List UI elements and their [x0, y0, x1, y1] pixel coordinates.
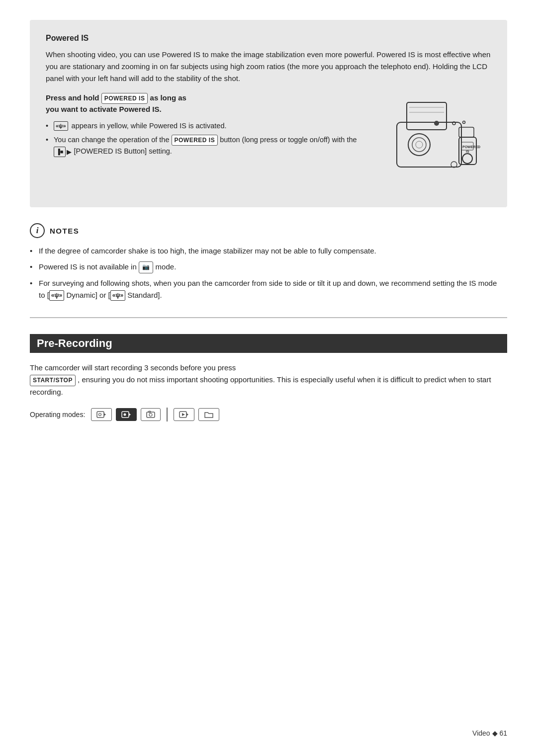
notes-item-3-text: For surveying and following shots, when … — [39, 279, 497, 299]
mode-badge-folder — [198, 408, 219, 421]
mode-badge-movie — [91, 408, 112, 421]
playback-icon — [179, 411, 189, 419]
svg-text:POWERED: POWERED — [462, 145, 480, 149]
bullet-2: You can change the operation of the POWE… — [46, 134, 372, 157]
notes-header: i NOTES — [30, 223, 507, 238]
menu-icon: ▐■ — [54, 147, 66, 157]
notes-item-1: If the degree of camcorder shake is too … — [30, 245, 507, 257]
pre-recording-title: Pre-Recording — [30, 334, 507, 353]
camcorder-illustration: POWERED IS — [382, 92, 491, 193]
powered-is-bullets: «ψ» appears in yellow, while Powered IS … — [46, 120, 372, 158]
svg-point-6 — [416, 141, 423, 148]
bullet-1: «ψ» appears in yellow, while Powered IS … — [46, 120, 372, 131]
svg-point-16 — [434, 121, 439, 126]
svg-rect-17 — [97, 412, 104, 418]
svg-point-24 — [149, 414, 152, 417]
notes-item-2-text: Powered IS is not available in 📷 mode. — [39, 262, 176, 271]
svg-rect-1 — [407, 102, 447, 130]
powered-is-section: Powered IS When shooting video, you can … — [30, 20, 507, 207]
press-hold-text1: Press and hold — [46, 93, 99, 102]
notes-title: NOTES — [50, 227, 79, 235]
svg-point-14 — [462, 154, 472, 164]
camcorder-svg: POWERED IS — [382, 92, 491, 192]
notes-item-2: Powered IS is not available in 📷 mode. — [30, 261, 507, 273]
dynamic-badge: «ψ» — [49, 290, 64, 301]
folder-icon — [204, 411, 214, 419]
powered-is-text-block: Press and hold POWERED IS as long asyou … — [46, 92, 372, 160]
powered-is-title: Powered IS — [46, 34, 491, 43]
svg-text:IS: IS — [466, 150, 469, 153]
powered-is-body: When shooting video, you can use Powered… — [46, 49, 491, 84]
bullet-2-text: You can change the operation of the POWE… — [54, 136, 357, 155]
notes-item-3: For surveying and following shots, when … — [30, 277, 507, 301]
operating-modes-label: Operating modes: — [30, 411, 85, 419]
svg-marker-27 — [186, 413, 188, 416]
svg-marker-28 — [182, 413, 185, 416]
press-hold-instruction: Press and hold POWERED IS as long asyou … — [46, 92, 372, 115]
footer-page: Video ◆ 61 — [472, 729, 507, 737]
mode-separator — [167, 408, 168, 421]
video-icon — [121, 411, 131, 419]
svg-rect-23 — [147, 412, 155, 418]
pre-recording-text-1: The camcorder will start recording 3 sec… — [30, 363, 236, 372]
notes-section: i NOTES If the degree of camcorder shake… — [30, 223, 507, 318]
powered-is-badge: POWERED IS — [101, 93, 148, 104]
svg-marker-18 — [104, 413, 106, 416]
photo-icon — [146, 411, 155, 419]
svg-point-5 — [412, 138, 426, 152]
svg-point-19 — [99, 414, 101, 416]
arrow-right: ▶ — [67, 147, 72, 157]
is-icon-inline: «ψ» — [54, 121, 68, 131]
svg-marker-21 — [129, 413, 131, 416]
camera-mode-badge: 📷 — [139, 261, 154, 273]
mode-badge-photo — [141, 408, 161, 421]
mode-badge-playback — [174, 408, 194, 421]
pre-recording-section: Pre-Recording The camcorder will start r… — [30, 334, 507, 421]
svg-point-9 — [463, 121, 465, 124]
powered-is-badge-2: POWERED IS — [172, 135, 218, 146]
svg-point-4 — [408, 134, 430, 156]
standard-badge: «ψ» — [110, 290, 125, 301]
notes-list: If the degree of camcorder shake is too … — [30, 245, 507, 301]
pre-recording-body: The camcorder will start recording 3 sec… — [30, 362, 507, 399]
mode-badge-video-active — [116, 408, 137, 421]
bullet-1-text: appears in yellow, while Powered IS is a… — [72, 122, 227, 130]
svg-rect-0 — [397, 122, 461, 167]
powered-is-content: Press and hold POWERED IS as long asyou … — [46, 92, 491, 193]
notes-icon: i — [30, 223, 45, 238]
movie-icon — [96, 411, 106, 419]
notes-icon-letter: i — [36, 226, 39, 236]
notes-item-1-text: If the degree of camcorder shake is too … — [39, 247, 376, 255]
start-stop-badge: START/STOP — [30, 375, 76, 387]
operating-modes-row: Operating modes: — [30, 408, 507, 421]
pre-recording-text-2: , ensuring you do not miss important sho… — [30, 375, 491, 396]
svg-point-22 — [124, 414, 126, 416]
footer-text: Video ◆ 61 — [472, 729, 507, 737]
